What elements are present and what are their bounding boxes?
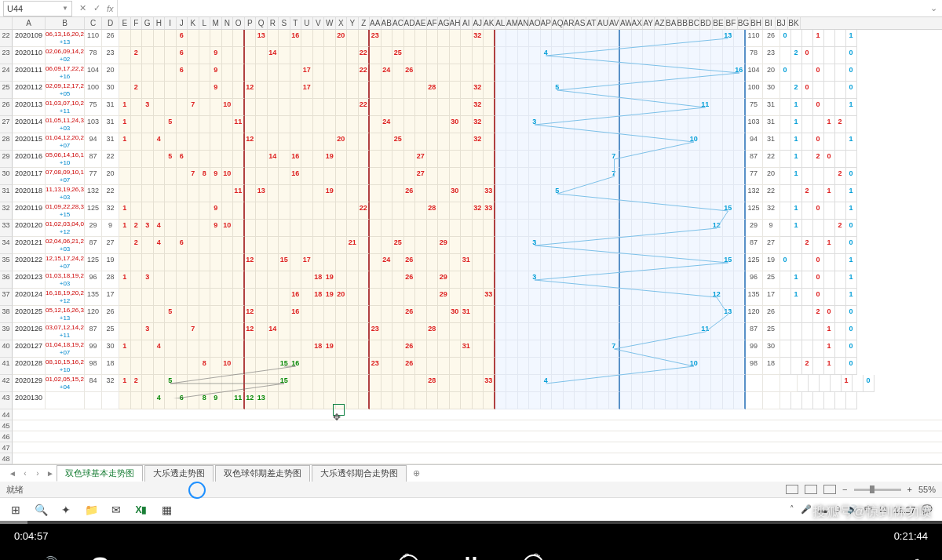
row-header[interactable]: 26 bbox=[0, 99, 13, 116]
col-header[interactable]: A bbox=[13, 17, 46, 29]
col-header[interactable]: X bbox=[336, 17, 348, 29]
tray-mic-icon[interactable]: 🎤 bbox=[801, 504, 812, 515]
col-header[interactable]: AC bbox=[392, 17, 404, 29]
col-header[interactable]: W bbox=[324, 17, 336, 29]
col-header[interactable]: BK bbox=[788, 17, 801, 29]
row-header[interactable]: 28 bbox=[0, 133, 13, 151]
col-header[interactable]: P bbox=[245, 17, 257, 29]
tab-nav-next-icon[interactable]: › bbox=[31, 469, 44, 478]
row-header[interactable]: 23 bbox=[0, 47, 13, 64]
col-header[interactable]: U bbox=[301, 17, 313, 29]
col-header[interactable]: Y bbox=[347, 17, 359, 29]
col-header[interactable]: BI bbox=[763, 17, 776, 29]
cancel-icon[interactable]: ✕ bbox=[75, 3, 89, 13]
row-header[interactable]: 29 bbox=[0, 151, 13, 168]
subtitle-icon[interactable]: 💬 bbox=[90, 555, 110, 560]
name-box[interactable]: U44 ▼ bbox=[3, 1, 72, 16]
row-header[interactable]: 35 bbox=[0, 254, 13, 271]
col-header[interactable]: I bbox=[165, 17, 177, 29]
pause-button[interactable] bbox=[466, 557, 476, 560]
col-header[interactable]: AW bbox=[620, 17, 632, 29]
row-header[interactable]: 33 bbox=[0, 220, 13, 237]
col-header[interactable]: BE bbox=[713, 17, 725, 29]
col-header[interactable]: AI bbox=[461, 17, 473, 29]
col-header[interactable]: BJ bbox=[776, 17, 788, 29]
start-icon[interactable]: ⊞ bbox=[3, 500, 28, 519]
col-header[interactable]: BC bbox=[688, 17, 700, 29]
edit-icon[interactable]: ✎ bbox=[913, 555, 926, 560]
tab-nav-last-icon[interactable]: ► bbox=[44, 469, 57, 478]
col-header[interactable]: AT bbox=[586, 17, 598, 29]
add-sheet-icon[interactable]: ⊕ bbox=[408, 468, 424, 478]
col-header[interactable]: AM bbox=[506, 17, 518, 29]
col-header[interactable]: Q bbox=[256, 17, 268, 29]
spreadsheet-grid[interactable]: ✥ 22202010906,13,16,20,23,32+13110266131… bbox=[0, 30, 942, 464]
col-header[interactable]: E bbox=[119, 17, 131, 29]
col-header[interactable]: B bbox=[46, 17, 85, 29]
view-normal-icon[interactable] bbox=[786, 485, 798, 494]
col-header[interactable]: AO bbox=[529, 17, 541, 29]
expand-formula-icon[interactable]: ⌄ bbox=[926, 3, 942, 13]
row-header[interactable]: 27 bbox=[0, 116, 13, 133]
tab-nav-first-icon[interactable]: ◄ bbox=[6, 469, 19, 478]
col-header[interactable]: G bbox=[142, 17, 154, 29]
column-headers[interactable]: ABCDEFGHIJKLMNOPQRSTUVWXYZAAABACADAEAFAG… bbox=[0, 17, 942, 30]
zoom-out-icon[interactable]: − bbox=[842, 485, 847, 494]
col-header[interactable]: AJ bbox=[473, 17, 484, 29]
col-header[interactable]: Z bbox=[359, 17, 371, 29]
seek-handle[interactable] bbox=[188, 482, 206, 499]
col-header[interactable]: J bbox=[177, 17, 188, 29]
skip-back-button[interactable]: ↶10 bbox=[399, 555, 419, 560]
row-header[interactable]: 41 bbox=[0, 358, 13, 375]
col-header[interactable]: AH bbox=[450, 17, 462, 29]
file-explorer-icon[interactable]: 📁 bbox=[78, 500, 104, 519]
zoom-value[interactable]: 55% bbox=[918, 485, 936, 494]
view-layout-icon[interactable] bbox=[805, 485, 817, 494]
col-header[interactable]: BG bbox=[738, 17, 750, 29]
excel-icon[interactable]: X▮ bbox=[129, 500, 154, 519]
col-header[interactable]: AE bbox=[415, 17, 427, 29]
col-header[interactable]: S bbox=[279, 17, 290, 29]
col-header[interactable]: R bbox=[268, 17, 279, 29]
mail-icon[interactable]: ✉ bbox=[104, 500, 129, 519]
col-header[interactable]: C bbox=[85, 17, 102, 29]
row-header[interactable]: 36 bbox=[0, 271, 13, 289]
app-icon-2[interactable]: ▦ bbox=[154, 500, 179, 519]
row-header[interactable]: 25 bbox=[0, 82, 13, 99]
tab-nav-prev-icon[interactable]: ‹ bbox=[19, 469, 31, 478]
col-header[interactable]: V bbox=[313, 17, 325, 29]
volume-icon[interactable]: 🔊 bbox=[39, 555, 59, 560]
sheet-tab[interactable]: 大乐透走势图 bbox=[144, 465, 214, 482]
sheet-tab[interactable]: 双色球基本走势图 bbox=[57, 465, 143, 482]
row-header[interactable]: 24 bbox=[0, 64, 13, 82]
col-header[interactable]: AF bbox=[427, 17, 439, 29]
view-pagebreak-icon[interactable] bbox=[823, 485, 836, 494]
formula-input[interactable] bbox=[117, 0, 926, 16]
col-header[interactable]: M bbox=[210, 17, 222, 29]
row-header[interactable]: 31 bbox=[0, 185, 13, 202]
col-header[interactable]: AS bbox=[575, 17, 586, 29]
col-header[interactable]: AL bbox=[495, 17, 507, 29]
sheet-tab[interactable]: 大乐透邻期合走势图 bbox=[312, 465, 407, 482]
col-header[interactable]: BF bbox=[725, 17, 738, 29]
col-header[interactable]: AR bbox=[564, 17, 575, 29]
sheet-tab[interactable]: 双色球邻期差走势图 bbox=[215, 465, 310, 482]
col-header[interactable]: O bbox=[233, 17, 245, 29]
row-header[interactable]: 22 bbox=[0, 30, 13, 47]
col-header[interactable]: AG bbox=[438, 17, 450, 29]
name-box-dropdown-icon[interactable]: ▼ bbox=[62, 5, 68, 12]
row-header[interactable]: 39 bbox=[0, 323, 13, 340]
col-header[interactable]: AN bbox=[518, 17, 530, 29]
row-header[interactable]: 43 bbox=[0, 392, 13, 409]
col-header[interactable]: AZ bbox=[655, 17, 666, 29]
col-header[interactable]: AK bbox=[484, 17, 495, 29]
col-header[interactable]: BH bbox=[750, 17, 763, 29]
skip-forward-button[interactable]: ↷30 bbox=[524, 555, 544, 560]
col-header[interactable]: AX bbox=[632, 17, 644, 29]
col-header[interactable]: AV bbox=[609, 17, 621, 29]
col-header[interactable]: D bbox=[102, 17, 119, 29]
col-header[interactable]: AY bbox=[643, 17, 655, 29]
row-header[interactable]: 37 bbox=[0, 289, 13, 306]
zoom-in-icon[interactable]: + bbox=[907, 485, 912, 494]
seek-bar[interactable] bbox=[0, 521, 942, 524]
